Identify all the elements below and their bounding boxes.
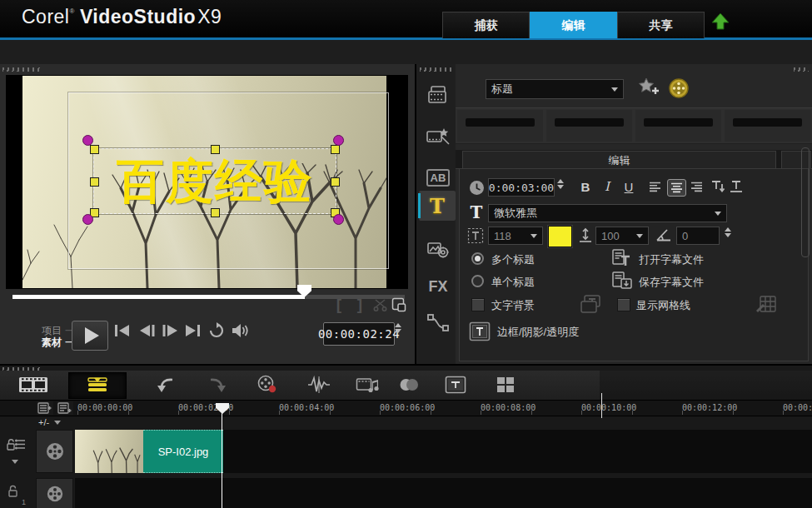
mark-in-button[interactable]: [ bbox=[330, 296, 348, 314]
tab-edit-options[interactable]: 编辑 bbox=[462, 151, 776, 169]
resize-handle[interactable] bbox=[331, 145, 340, 154]
play-button[interactable] bbox=[72, 321, 108, 351]
align-center-button[interactable] bbox=[667, 179, 686, 197]
text-direction-button[interactable] bbox=[728, 178, 745, 195]
end-button[interactable] bbox=[182, 321, 203, 340]
upgrade-arrow-icon[interactable] bbox=[711, 12, 730, 34]
duration-spinner[interactable] bbox=[557, 179, 564, 189]
add-to-favorites-icon[interactable] bbox=[635, 76, 660, 101]
panel-scrollbar[interactable] bbox=[801, 147, 810, 257]
single-title-label[interactable]: 单个标题 bbox=[491, 275, 535, 290]
panel-drag-handle[interactable] bbox=[2, 67, 41, 72]
save-subtitle-icon[interactable] bbox=[610, 271, 634, 291]
timecode-spinner[interactable] bbox=[395, 323, 401, 333]
angle-spinner[interactable] bbox=[725, 227, 731, 237]
font-color-swatch[interactable] bbox=[548, 226, 572, 247]
timeline-view-button[interactable] bbox=[68, 372, 127, 399]
surround-sound-icon[interactable] bbox=[396, 374, 421, 396]
library-reel-icon[interactable] bbox=[667, 77, 690, 100]
auto-music-icon[interactable] bbox=[355, 374, 380, 396]
tab-share[interactable]: 共享 bbox=[617, 12, 705, 38]
resize-handle[interactable] bbox=[211, 208, 220, 217]
track-ripple-lock-icon[interactable] bbox=[6, 437, 27, 452]
collapse-track-icon[interactable] bbox=[12, 460, 18, 464]
italic-button[interactable]: I bbox=[598, 178, 616, 195]
title-preset-thumb[interactable] bbox=[546, 110, 632, 142]
single-title-radio[interactable] bbox=[471, 275, 484, 287]
align-left-button[interactable] bbox=[646, 179, 664, 195]
resize-handle[interactable] bbox=[211, 145, 220, 154]
line-spacing-dropdown[interactable]: 100 bbox=[595, 227, 649, 245]
underline-button[interactable]: U bbox=[620, 178, 638, 195]
text-backdrop-label[interactable]: 文字背景 bbox=[491, 298, 535, 313]
tab-edit[interactable]: 编辑 bbox=[530, 12, 617, 38]
split-clip-icon[interactable] bbox=[371, 296, 390, 314]
title-preset-thumb[interactable] bbox=[725, 110, 810, 142]
title-overlay-text[interactable]: 百度经验 bbox=[94, 152, 336, 209]
title-preset-thumb[interactable] bbox=[635, 110, 721, 142]
title-preset-thumb[interactable] bbox=[457, 110, 543, 142]
sound-mixer-icon[interactable] bbox=[306, 374, 331, 396]
subtitle-editor-icon[interactable] bbox=[443, 374, 468, 396]
home-button[interactable] bbox=[112, 321, 133, 340]
open-subtitle-label[interactable]: 打开字幕文件 bbox=[639, 252, 704, 267]
timeline-clip[interactable]: SP-I02.jpg bbox=[75, 430, 223, 473]
title-tool-icon[interactable]: T bbox=[419, 191, 456, 221]
open-subtitle-icon[interactable] bbox=[610, 248, 634, 268]
multiple-titles-label[interactable]: 多个标题 bbox=[491, 252, 535, 267]
media-tool-icon[interactable] bbox=[421, 82, 455, 110]
transition-tool-icon[interactable]: AB bbox=[421, 163, 455, 192]
show-grid-label[interactable]: 显示网格线 bbox=[636, 298, 690, 313]
storyboard-view-button[interactable] bbox=[10, 372, 57, 397]
font-dropdown[interactable]: 微软雅黑 bbox=[488, 204, 727, 222]
overlay-track-lane[interactable] bbox=[75, 478, 812, 508]
track-manager-icon[interactable] bbox=[57, 401, 73, 415]
resize-handle[interactable] bbox=[90, 177, 99, 187]
show-grid-checkbox[interactable] bbox=[617, 298, 630, 311]
filter-tool-icon[interactable]: FX bbox=[421, 272, 455, 301]
mixed-view-icon[interactable] bbox=[493, 374, 518, 396]
tab-capture[interactable]: 捕获 bbox=[442, 12, 530, 38]
enlarge-preview-icon[interactable] bbox=[390, 296, 408, 314]
repeat-button[interactable] bbox=[206, 321, 227, 340]
rotate-angle-field[interactable]: 0 bbox=[676, 227, 720, 245]
mark-out-button[interactable]: ] bbox=[351, 296, 369, 314]
border-shadow-icon[interactable] bbox=[468, 321, 491, 342]
track-lock-icon[interactable] bbox=[7, 485, 19, 498]
multiple-titles-radio[interactable] bbox=[471, 252, 484, 265]
motion-path-tool-icon[interactable] bbox=[421, 309, 455, 337]
bold-button[interactable]: B bbox=[576, 178, 595, 195]
library-category-dropdown[interactable]: 标题 bbox=[486, 79, 624, 99]
rotate-handle[interactable] bbox=[82, 135, 93, 146]
timeline-playhead-line[interactable] bbox=[222, 406, 222, 508]
resize-handle[interactable] bbox=[90, 145, 99, 154]
instant-project-tool-icon[interactable] bbox=[421, 122, 455, 151]
rotate-handle[interactable] bbox=[82, 214, 93, 225]
backdrop-options-icon[interactable] bbox=[579, 293, 605, 315]
graphics-tool-icon[interactable] bbox=[421, 236, 455, 264]
resize-handle[interactable] bbox=[331, 177, 340, 187]
record-capture-icon[interactable] bbox=[255, 374, 280, 396]
volume-button[interactable] bbox=[229, 321, 251, 340]
border-shadow-label[interactable]: 边框/阴影/透明度 bbox=[497, 325, 579, 340]
previous-frame-button[interactable] bbox=[137, 321, 158, 340]
text-backdrop-checkbox[interactable] bbox=[471, 298, 485, 311]
font-size-dropdown[interactable]: 118 bbox=[488, 227, 543, 245]
rotate-handle[interactable] bbox=[333, 135, 344, 146]
duration-field[interactable]: 0:00:03:00 bbox=[488, 178, 555, 197]
show-all-tracks-icon[interactable] bbox=[37, 401, 53, 415]
undo-button[interactable] bbox=[153, 374, 178, 396]
vertical-text-button[interactable] bbox=[710, 178, 726, 195]
redo-button[interactable] bbox=[205, 374, 230, 396]
panel-drag-handle[interactable] bbox=[794, 67, 809, 72]
save-subtitle-label[interactable]: 保存字幕文件 bbox=[639, 275, 704, 290]
add-remove-track[interactable]: +/- bbox=[38, 417, 61, 427]
rotate-handle[interactable] bbox=[333, 214, 344, 225]
panel-drag-handle[interactable] bbox=[420, 67, 453, 72]
grid-options-icon[interactable] bbox=[753, 293, 780, 315]
overlay-track-icon[interactable] bbox=[36, 478, 73, 508]
timeline-ruler[interactable]: 00:00:00:00 00:00:02:00 00:00:04:00 00:0… bbox=[0, 400, 812, 416]
preview-timecode[interactable]: 00:00:02:24 bbox=[323, 322, 395, 346]
title-selection-box[interactable]: 百度经验 bbox=[93, 148, 336, 214]
align-right-button[interactable] bbox=[688, 179, 705, 195]
